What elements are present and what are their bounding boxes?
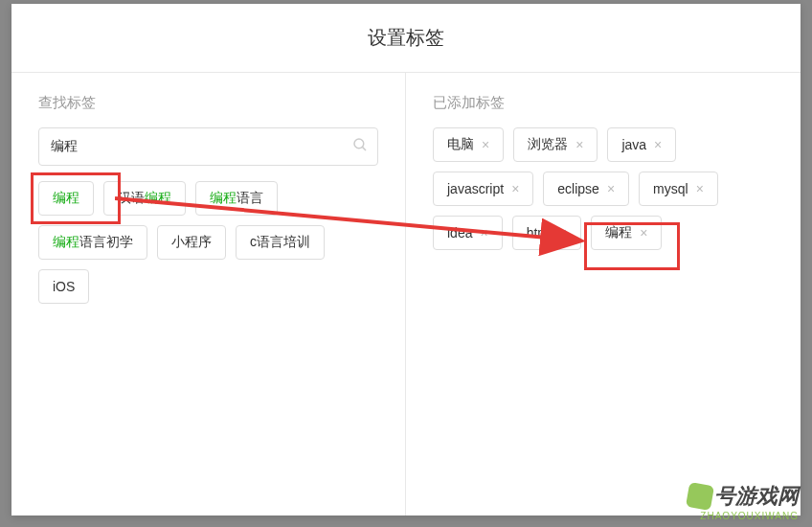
- added-tag[interactable]: 编程×: [591, 216, 662, 250]
- remove-icon[interactable]: ×: [607, 182, 615, 195]
- added-tag[interactable]: mysql×: [639, 172, 718, 206]
- suggestion-list: 编程汉语编程编程语言编程语言初学小程序c语言培训iOS: [38, 181, 378, 304]
- modal-header: 设置标签: [11, 4, 801, 68]
- suggestion-tag[interactable]: 汉语编程: [103, 181, 186, 216]
- suggestion-tag[interactable]: 小程序: [157, 225, 226, 260]
- added-tag-label: html: [527, 225, 552, 241]
- remove-icon[interactable]: ×: [575, 138, 583, 151]
- added-tag[interactable]: html×: [512, 216, 582, 250]
- added-tag[interactable]: eclipse×: [543, 172, 629, 206]
- suggestion-tag[interactable]: 编程: [38, 181, 94, 216]
- added-tag[interactable]: idea×: [433, 216, 503, 250]
- suggestion-tag[interactable]: 编程语言初学: [38, 225, 147, 260]
- search-tags-panel: 查找标签 编程汉语编程编程语言编程语言初学小程序c语言培训iOS: [11, 73, 406, 516]
- added-tags-panel: 已添加标签 电脑×浏览器×java×javascript×eclipse×mys…: [406, 73, 801, 516]
- added-tag-label: 电脑: [447, 136, 474, 153]
- remove-icon[interactable]: ×: [640, 226, 647, 240]
- added-tag-label: 浏览器: [528, 136, 568, 153]
- search-input[interactable]: [38, 127, 378, 166]
- added-section-label: 已添加标签: [433, 94, 774, 112]
- modal-body: 查找标签 编程汉语编程编程语言编程语言初学小程序c语言培训iOS 已添加标签 电…: [11, 72, 801, 516]
- remove-icon[interactable]: ×: [511, 182, 519, 195]
- suggestion-tag[interactable]: 编程语言: [195, 181, 278, 216]
- added-tag-list: 电脑×浏览器×java×javascript×eclipse×mysql×ide…: [433, 127, 774, 250]
- remove-icon[interactable]: ×: [482, 138, 489, 151]
- added-tag[interactable]: javascript×: [433, 172, 533, 206]
- added-tag-label: idea: [447, 225, 472, 241]
- search-section-label: 查找标签: [38, 94, 378, 112]
- set-tags-modal: 设置标签 查找标签 编程汉语编程编程语言编程语言初学小程序c语言培训iOS 已添…: [11, 4, 801, 516]
- search-box: [38, 127, 378, 166]
- added-tag-label: javascript: [447, 181, 504, 196]
- remove-icon[interactable]: ×: [654, 138, 662, 151]
- suggestion-tag[interactable]: iOS: [38, 269, 89, 304]
- added-tag-label: 编程: [605, 224, 632, 241]
- modal-title: 设置标签: [11, 25, 801, 51]
- added-tag[interactable]: 浏览器×: [513, 127, 598, 162]
- remove-icon[interactable]: ×: [696, 182, 704, 195]
- added-tag-label: eclipse: [557, 181, 599, 196]
- added-tag[interactable]: java×: [607, 127, 676, 162]
- added-tag[interactable]: 电脑×: [433, 127, 504, 162]
- remove-icon[interactable]: ×: [480, 226, 487, 240]
- remove-icon[interactable]: ×: [559, 226, 567, 240]
- added-tag-label: mysql: [653, 181, 688, 196]
- added-tag-label: java: [621, 137, 646, 152]
- suggestion-tag[interactable]: c语言培训: [236, 225, 325, 260]
